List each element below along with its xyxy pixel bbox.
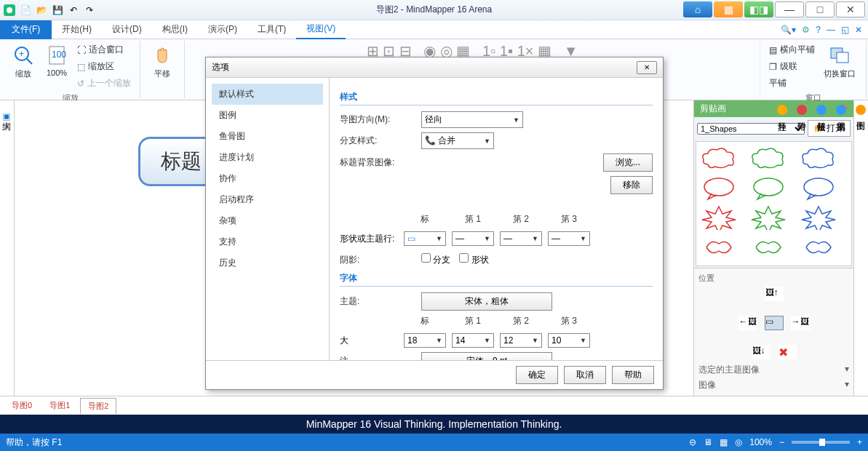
dialog-close-button[interactable]: ✕ [637,61,657,74]
pos-center[interactable]: ▭ [765,316,784,330]
size-sel-3[interactable]: 10▼ [548,333,590,348]
minimize-ribbon-icon[interactable]: — [827,25,835,35]
zoom-minus[interactable]: − [779,437,784,447]
svg-text:100: 100 [52,49,66,60]
menu-present[interactable]: 演示(P) [198,20,247,39]
dialog-nav: 默认样式 图例 鱼骨图 进度计划 协作 启动程序 杂项 支持 历史 [206,78,330,360]
note-font-button[interactable]: 宋体，9 pt [421,352,552,360]
help-button[interactable]: 帮助 [612,366,654,384]
settings-icon[interactable]: ⚙ [802,25,810,35]
attach-tab[interactable]: 附件 [795,105,808,391]
nav-default-style[interactable]: 默认样式 [212,84,323,105]
apps-button[interactable]: ◧◨ [744,1,773,17]
fit-window-button[interactable]: ⛶适合窗口 [76,42,132,57]
category-select[interactable]: 1_Shapes [697,123,805,135]
cascade-button[interactable]: ❐级联 [768,59,816,74]
browse-button[interactable]: 浏览... [603,153,653,172]
switch-window-button[interactable]: 切换窗口 [821,42,859,81]
ok-button[interactable]: 确定 [516,366,558,384]
svg-rect-8 [837,52,848,63]
menu-design[interactable]: 设计(D) [102,20,152,39]
shape-sel-3[interactable]: —▼ [548,231,590,246]
save-icon[interactable]: 💾 [51,4,64,17]
shape-sel-1[interactable]: —▼ [452,231,494,246]
status-target-icon[interactable]: ◎ [735,437,742,447]
zoom-slider[interactable] [792,441,850,444]
zoom-button[interactable]: + 缩放 [9,42,38,81]
minimize-button[interactable]: — [775,1,804,17]
nav-support[interactable]: 支持 [212,231,323,252]
size-sel-1[interactable]: 14▼ [452,333,494,348]
prev-zoom-button[interactable]: ↺上一个缩放 [76,76,132,91]
open-icon[interactable]: 📂 [35,4,48,17]
menu-idea[interactable]: 构思(I) [152,20,198,39]
size-sel-2[interactable]: 12▼ [500,333,542,348]
tab-1[interactable]: 导图1 [42,398,77,413]
menu-tools[interactable]: 工具(T) [247,20,296,39]
outline-tab[interactable]: ▣大纲 [0,106,12,390]
cloud-red[interactable] [701,146,737,171]
zoom-icon: + [12,44,35,67]
titlebar: 📄 📂 💾 ↶ ↷ 导图2 - MindMapper 16 Arena ⌂ ▦ … [0,0,868,20]
burst-red[interactable] [701,205,737,230]
cancel-button[interactable]: 取消 [564,366,606,384]
direction-select[interactable]: 径向▼ [421,111,523,128]
shadow-branch-checkbox[interactable]: 分支 [421,253,450,266]
undo-icon[interactable]: ↶ [67,4,80,17]
subject-font-button[interactable]: 宋体，粗体 [421,292,552,311]
note-label: 注 [340,355,413,360]
tab-2[interactable]: 导图2 [80,398,116,414]
home-button[interactable]: ⌂ [683,1,712,17]
tab-0[interactable]: 导图0 [4,398,39,413]
svg-text:+: + [19,49,24,59]
shadow-shape-checkbox[interactable]: 形状 [459,253,488,266]
nav-fishbone[interactable]: 鱼骨图 [212,126,323,147]
nav-history[interactable]: 历史 [212,252,323,274]
pos-right[interactable]: →🖼 [791,316,810,330]
close-button[interactable]: ✕ [836,1,865,17]
window-mode-icon[interactable]: ◱ [841,25,849,35]
legend-tab[interactable]: 图例 [854,105,867,391]
status-zoom-out-icon[interactable]: ⊖ [689,437,696,447]
status-view-icon[interactable]: 🖥 [704,437,712,447]
tile-h-button[interactable]: ▤横向平铺 [768,42,816,57]
nav-collab[interactable]: 协作 [212,168,323,189]
pan-button[interactable]: 平移 [148,42,177,81]
file-menu[interactable]: 文件(F) [0,20,52,39]
pos-bottom[interactable]: 🖼↓ [752,345,771,359]
menu-start[interactable]: 开始(H) [52,20,102,39]
browser-tab[interactable]: 浏览器 [835,105,847,391]
cascade-icon: ❐ [769,62,777,72]
branch-select[interactable]: 📞 合并▼ [421,132,494,149]
zoom-100-button[interactable]: 100 100% [42,42,71,79]
shape-sel-0[interactable]: ▭▼ [404,231,446,246]
remove-button[interactable]: 移除 [610,176,653,194]
direction-label: 导图方向(M): [340,113,413,126]
bubble-red[interactable] [701,176,737,201]
search-icon[interactable]: 🔍▾ [781,25,796,35]
clipart-header: 剪贴画 📌 [694,100,853,117]
size-sel-0[interactable]: 18▼ [404,333,446,348]
pos-left[interactable]: ←🖼 [738,316,757,330]
nav-misc[interactable]: 杂项 [212,210,323,231]
options-dialog: 选项 ✕ 默认样式 图例 鱼骨图 进度计划 协作 启动程序 杂项 支持 历史 样… [205,57,664,390]
zoom-area-button[interactable]: ⬚缩放区 [76,59,132,74]
help-icon[interactable]: ? [816,25,821,35]
nav-schedule[interactable]: 进度计划 [212,147,323,168]
link-tab[interactable]: 超链接 [815,105,827,391]
nav-legend[interactable]: 图例 [212,105,323,126]
shape-sel-2[interactable]: —▼ [500,231,542,246]
close-doc-icon[interactable]: ✕ [855,25,862,35]
redo-icon[interactable]: ↷ [83,4,96,17]
zoom-plus[interactable]: + [857,437,862,447]
calendar-button[interactable]: ▦ [714,1,743,17]
maximize-button[interactable]: □ [805,1,835,17]
new-icon[interactable]: 📄 [19,4,32,17]
spiky-red[interactable] [701,235,737,260]
menu-view[interactable]: 视图(V) [296,20,346,39]
pos-delete[interactable]: ✖ [778,345,797,359]
pos-top[interactable]: 🖼↑ [765,287,784,301]
status-grid-icon[interactable]: ▦ [720,437,728,447]
nav-startup[interactable]: 启动程序 [212,189,323,210]
tile-v-button[interactable]: 平铺 [768,76,816,91]
